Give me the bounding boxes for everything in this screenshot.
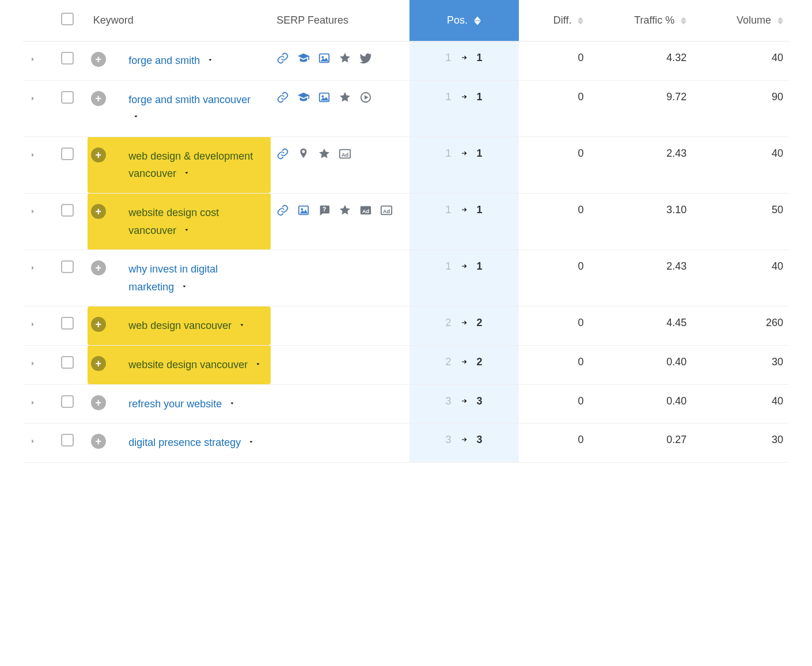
keyword-link[interactable]: web design vancouver [128,320,232,331]
keyword-link[interactable]: website design vancouver [128,359,248,370]
arrow-right-icon [460,356,469,368]
traffic-value: 2.43 [589,250,692,306]
keyword-menu-caret-icon[interactable] [254,355,262,373]
expand-row-icon[interactable] [29,436,37,444]
twitter-icon [359,52,372,65]
keyword-menu-caret-icon[interactable] [238,316,246,334]
row-checkbox[interactable] [61,147,74,160]
keyword-link[interactable]: forge and smith vancouver [128,94,251,105]
position-change: 1 1 [446,147,483,160]
serp-features-cell [271,41,409,81]
table-row: + digital presence strategy 3 3 0 0.27 3… [23,423,789,463]
header-traffic[interactable]: Traffic % [589,0,692,41]
volume-value: 30 [692,345,789,384]
reviews-icon [339,204,351,217]
add-keyword-button[interactable]: + [91,91,106,106]
sort-icon [777,17,783,25]
expand-row-icon[interactable] [29,206,37,214]
keyword-menu-caret-icon[interactable] [183,221,191,239]
sort-icon [681,17,686,25]
keyword-link[interactable]: website design cost vancouver [128,207,219,236]
keyword-menu-caret-icon[interactable] [206,51,214,69]
image-pack-icon [318,52,331,65]
diff-value: 0 [519,193,590,249]
header-keyword[interactable]: Keyword [88,0,271,41]
add-keyword-button[interactable]: + [91,356,106,371]
keyword-menu-caret-icon[interactable] [132,107,140,125]
diff-value: 0 [519,345,590,384]
row-checkbox[interactable] [61,260,74,273]
row-checkbox[interactable] [61,52,74,65]
keyword-menu-caret-icon[interactable] [247,433,255,451]
add-keyword-button[interactable]: + [91,395,106,410]
serp-features-cell [271,306,409,346]
row-checkbox[interactable] [61,356,74,369]
header-volume[interactable]: Volume [692,0,789,41]
reviews-icon [339,91,351,104]
keyword-menu-caret-icon[interactable] [183,164,191,181]
add-keyword-button[interactable]: + [91,434,106,449]
expand-row-icon[interactable] [29,398,37,406]
ads-bottom-icon [339,147,351,160]
table-row: + web design vancouver 2 2 0 4.45 260 [23,306,789,346]
ads-top-icon [359,204,372,217]
serp-features-cell [271,250,409,306]
add-keyword-button[interactable]: + [91,317,106,332]
keyword-link[interactable]: digital presence strategy [128,437,241,448]
diff-value: 0 [519,384,590,423]
sitelinks-icon [276,204,289,217]
sort-icon [578,17,583,25]
volume-value: 40 [692,137,789,193]
row-checkbox[interactable] [61,434,74,446]
traffic-value: 3.10 [589,193,692,249]
volume-value: 50 [692,193,789,249]
table-row: + forge and smith 1 1 0 4.32 40 [23,41,789,81]
add-keyword-button[interactable]: + [91,260,106,275]
row-checkbox[interactable] [61,91,74,104]
arrow-right-icon [460,52,469,64]
knowledge-panel-icon [297,91,310,104]
arrow-right-icon [460,204,469,216]
volume-value: 260 [692,306,789,346]
traffic-value: 9.72 [589,80,692,137]
traffic-value: 2.43 [589,137,692,193]
reviews-icon [318,147,331,160]
keyword-menu-caret-icon[interactable] [180,277,188,295]
serp-features-cell [271,80,409,137]
serp-features-cell [271,137,409,193]
add-keyword-button[interactable]: + [91,147,106,162]
expand-row-icon[interactable] [29,93,37,101]
serp-features-cell [271,423,409,463]
arrow-right-icon [460,260,469,273]
position-change: 1 1 [446,204,483,216]
expand-row-icon[interactable] [29,319,37,327]
header-position[interactable]: Pos. [409,0,519,41]
keyword-menu-caret-icon[interactable] [228,394,236,412]
keyword-link[interactable]: forge and smith [128,55,200,66]
row-checkbox[interactable] [61,317,74,330]
diff-value: 0 [519,423,590,463]
position-change: 2 2 [446,317,483,329]
keyword-link[interactable]: why invest in digital marketing [128,263,218,293]
row-checkbox[interactable] [61,395,74,408]
add-keyword-button[interactable]: + [91,204,106,219]
expand-row-icon[interactable] [29,358,37,366]
add-keyword-button[interactable]: + [91,52,106,67]
people-also-ask-icon [318,204,331,217]
arrow-right-icon [460,434,469,446]
table-row: + forge and smith vancouver 1 1 0 9.72 9… [23,80,789,137]
arrow-right-icon [460,317,469,329]
traffic-value: 0.40 [589,345,692,384]
sitelinks-icon [276,147,289,160]
header-diff[interactable]: Diff. [519,0,590,41]
row-checkbox[interactable] [61,204,74,217]
header-serp-features[interactable]: SERP Features [271,0,409,41]
expand-row-icon[interactable] [29,150,37,158]
expand-row-icon[interactable] [29,263,37,271]
volume-value: 90 [692,80,789,137]
table-row: + refresh your website 3 3 0 0.40 40 [23,384,789,423]
sitelinks-icon [276,91,289,104]
expand-row-icon[interactable] [29,54,37,62]
select-all-checkbox[interactable] [61,13,74,25]
keyword-link[interactable]: refresh your website [128,398,222,410]
